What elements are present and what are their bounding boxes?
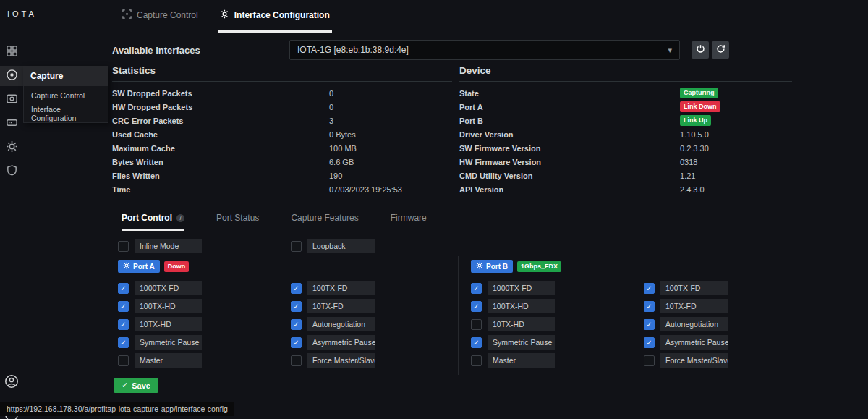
flyout-item-capture-control[interactable]: Capture Control	[24, 86, 108, 104]
stat-row: HW Dropped Packets0	[112, 100, 452, 114]
checkbox-port-a-master[interactable]: Master	[118, 353, 202, 368]
interface-select[interactable]: IOTA-1G [e8:eb:1b:38:9d:4e] ▾	[289, 40, 680, 60]
statistics-panel: Statistics SW Dropped Packets0 HW Droppe…	[112, 65, 452, 196]
checkbox-icon	[471, 337, 482, 348]
sidebar-item-storage[interactable]	[0, 114, 23, 134]
checkbox-icon	[644, 319, 655, 330]
flyout-item-interface-configuration[interactable]: Interface Configuration	[24, 104, 108, 122]
browser-status-bar: https://192.168.178.30/a/profitap-iota-c…	[0, 402, 234, 416]
checkbox-port-b-asymmetric-pause[interactable]: Asymmetric Pause	[644, 335, 728, 350]
checkbox-port-b-autonegotiation[interactable]: Autonegotiation	[644, 317, 728, 331]
save-button[interactable]: ✓ Save	[114, 378, 158, 393]
checkbox-icon	[118, 241, 129, 252]
device-row: CMD Utility Version1.21	[459, 169, 792, 182]
refresh-icon	[716, 44, 726, 56]
checkbox-icon	[644, 283, 655, 294]
port-b-status-badge: 1Gbps_FDX	[517, 261, 561, 272]
capture-frame-icon	[122, 9, 132, 21]
checkbox-port-a-100tx-fd[interactable]: 100TX-FD	[291, 281, 375, 295]
checkbox-port-b-100tx-hd[interactable]: 100TX-HD	[471, 299, 555, 313]
checkbox-port-a-1000tx-fd[interactable]: 1000TX-FD	[118, 281, 202, 295]
checkbox-port-a-force-master-slave[interactable]: Force Master/Slave	[291, 353, 375, 368]
tab-port-control[interactable]: Port Control i	[122, 213, 184, 231]
checkbox-loopback[interactable]: Loopback	[291, 239, 375, 253]
port-tab-bar: Port Control i Port Status Capture Featu…	[112, 213, 427, 231]
stat-row: Time07/03/2023 19:25:53	[112, 182, 452, 196]
shield-icon	[6, 164, 18, 179]
refresh-button[interactable]	[712, 41, 729, 59]
port-b-badges: Port B 1Gbps_FDX	[471, 260, 561, 273]
device-row: API Version2.4.3.0	[459, 182, 792, 196]
stat-row: Used Cache0 Bytes	[112, 127, 452, 141]
checkbox-icon	[471, 355, 482, 366]
chevron-down-icon: ▾	[668, 46, 672, 55]
checkbox-port-b-1000tx-fd[interactable]: 1000TX-FD	[471, 281, 555, 295]
port-b-column-2: 100TX-FD 10TX-FD Autonegotiation Asymmet…	[644, 281, 728, 368]
checkbox-port-a-symmetric-pause[interactable]: Symmetric Pause	[118, 335, 202, 350]
tab-capture-control[interactable]: Capture Control	[120, 0, 200, 33]
port-b-column-1: 1000TX-FD 100TX-HD 10TX-HD Symmetric Pau…	[471, 281, 555, 368]
port-b-settings-badge[interactable]: Port B	[471, 260, 513, 273]
checkbox-icon	[118, 301, 129, 312]
sidebar-item-capture-app[interactable]	[0, 66, 23, 86]
device-row: Port BLink Up	[459, 114, 792, 127]
tab-interface-configuration[interactable]: Interface Configuration	[218, 0, 332, 33]
main-content: Available Interfaces IOTA-1G [e8:eb:1b:3…	[112, 35, 792, 405]
tab-firmware[interactable]: Firmware	[391, 213, 427, 231]
flyout-header: Capture	[23, 66, 109, 86]
check-icon: ✓	[122, 381, 128, 390]
tab-capture-features[interactable]: Capture Features	[291, 213, 358, 231]
checkbox-port-b-100tx-fd[interactable]: 100TX-FD	[644, 281, 728, 295]
device-title: Device	[459, 65, 792, 82]
sidebar-item-configuration[interactable]	[0, 137, 23, 158]
save-button-label: Save	[132, 381, 150, 390]
sidebar-item-media[interactable]	[0, 90, 23, 110]
device-row: SW Firmware Version0.2.3.30	[459, 141, 792, 155]
gear-icon	[6, 140, 18, 156]
device-row: Driver Version1.10.5.0	[459, 127, 792, 141]
port-control-panel: Inline Mode Loopback Port A Down Port B …	[112, 236, 792, 404]
checkbox-port-b-10tx-hd[interactable]: 10TX-HD	[471, 317, 555, 331]
stat-row: Maximum Cache100 MB	[112, 141, 452, 155]
info-icon: i	[176, 214, 184, 222]
checkbox-port-a-autonegotiation[interactable]: Autonegotiation	[291, 317, 375, 331]
checkbox-icon	[471, 301, 482, 312]
checkbox-port-b-force-master-slave[interactable]: Force Master/Slave	[644, 353, 728, 368]
device-panel: Device StateCapturing Port ALink Down Po…	[459, 65, 792, 196]
capture-app-icon	[6, 69, 18, 84]
device-row: HW Firmware Version0318	[459, 155, 792, 169]
device-row: StateCapturing	[459, 86, 792, 100]
checkbox-inline-mode[interactable]: Inline Mode	[118, 239, 202, 253]
port-a-badges: Port A Down	[118, 260, 189, 273]
stat-row: CRC Error Packets3	[112, 114, 452, 127]
gear-icon	[476, 262, 483, 271]
checkbox-icon	[644, 355, 655, 366]
checkbox-port-a-10tx-fd[interactable]: 10TX-FD	[291, 299, 375, 313]
checkbox-port-a-10tx-hd[interactable]: 10TX-HD	[118, 317, 202, 331]
port-a-settings-badge[interactable]: Port A	[118, 260, 160, 273]
checkbox-port-a-100tx-hd[interactable]: 100TX-HD	[118, 299, 202, 313]
checkbox-port-b-master[interactable]: Master	[471, 353, 555, 368]
checkbox-icon	[291, 241, 302, 252]
sidebar	[0, 42, 23, 182]
interface-select-value: IOTA-1G [e8:eb:1b:38:9d:4e]	[297, 45, 409, 55]
checkbox-port-b-symmetric-pause[interactable]: Symmetric Pause	[471, 335, 555, 350]
device-row: Port ALink Down	[459, 100, 792, 114]
checkbox-icon	[291, 337, 302, 348]
power-button[interactable]	[692, 41, 709, 59]
checkbox-port-b-10tx-fd[interactable]: 10TX-FD	[644, 299, 728, 313]
port-a-column-2: 100TX-FD 10TX-FD Autonegotiation Asymmet…	[291, 281, 375, 368]
tab-port-status[interactable]: Port Status	[216, 213, 259, 231]
available-interfaces-label: Available Interfaces	[112, 45, 200, 56]
checkbox-icon	[471, 283, 482, 294]
avatar-icon[interactable]	[4, 374, 19, 389]
checkbox-icon	[291, 355, 302, 366]
checkbox-icon	[291, 319, 302, 330]
statistics-title: Statistics	[112, 65, 452, 82]
capture-flyout-menu: Capture Capture Control Interface Config…	[23, 66, 109, 123]
sidebar-item-dashboards[interactable]	[0, 42, 23, 62]
checkbox-port-a-asymmetric-pause[interactable]: Asymmetric Pause	[291, 335, 375, 350]
port-a-status-badge: Down	[164, 261, 190, 272]
checkbox-icon	[118, 319, 129, 330]
sidebar-item-admin[interactable]	[0, 161, 23, 182]
